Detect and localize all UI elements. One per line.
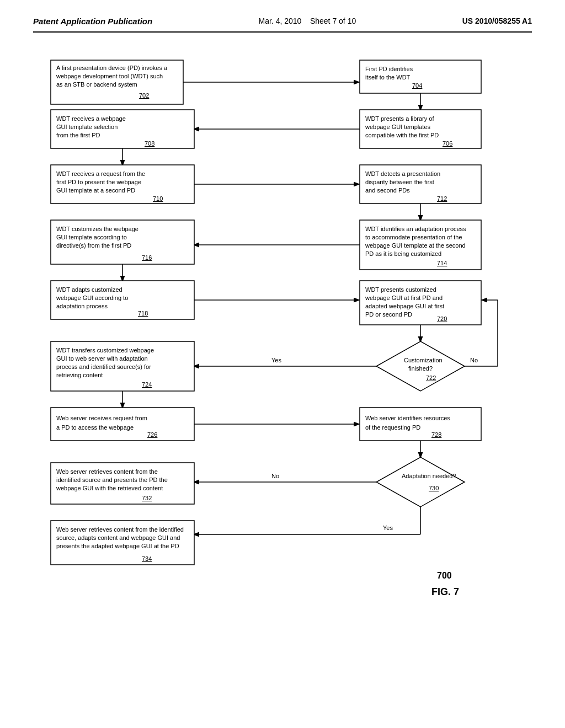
svg-text:webpage development tool (WDT): webpage development tool (WDT) such — [56, 73, 163, 79]
svg-text:PD or second PD: PD or second PD — [365, 311, 412, 318]
svg-text:734: 734 — [142, 555, 152, 562]
svg-text:724: 724 — [142, 381, 152, 388]
svg-text:WDT receives a request from th: WDT receives a request from the — [56, 170, 145, 177]
svg-text:webpage GUI at first PD and: webpage GUI at first PD and — [365, 295, 443, 301]
svg-text:directive(s) from the first PD: directive(s) from the first PD — [56, 242, 131, 249]
svg-text:710: 710 — [153, 195, 163, 202]
patent-number: US 2010/058255 A1 — [462, 17, 532, 25]
svg-text:No: No — [271, 473, 279, 479]
svg-text:702: 702 — [139, 92, 149, 99]
svg-text:WDT transfers customized webpa: WDT transfers customized webpage — [56, 347, 154, 354]
svg-marker-88 — [376, 457, 465, 507]
svg-text:WDT identifies an adaptation p: WDT identifies an adaptation process — [365, 226, 466, 232]
svg-text:of the requesting PD: of the requesting PD — [365, 424, 420, 431]
svg-text:728: 728 — [431, 431, 441, 438]
svg-text:source, adapts content and web: source, adapts content and webpage GUI a… — [56, 534, 180, 541]
svg-text:presents the adapted webpage G: presents the adapted webpage GUI at the … — [56, 543, 179, 549]
svg-text:first PD to present the webpag: first PD to present the webpage — [56, 179, 141, 185]
svg-text:adaptation process: adaptation process — [56, 303, 108, 309]
header-center: Mar. 4, 2010 Sheet 7 of 10 — [259, 17, 356, 25]
svg-text:726: 726 — [147, 431, 157, 438]
svg-text:Web server retrieves content f: Web server retrieves content from the id… — [56, 526, 184, 533]
svg-text:itself to the WDT: itself to the WDT — [365, 74, 411, 81]
svg-text:as an STB or backend system: as an STB or backend system — [56, 81, 137, 88]
svg-text:GUI template selection: GUI template selection — [56, 124, 118, 130]
svg-text:722: 722 — [426, 374, 436, 381]
svg-text:Yes: Yes — [383, 524, 393, 531]
svg-text:WDT customizes the webpage: WDT customizes the webpage — [56, 226, 138, 232]
svg-text:PD as it is being customized: PD as it is being customized — [365, 250, 441, 257]
header: Patent Application Publication Mar. 4, 2… — [33, 17, 532, 33]
svg-text:A first presentation device (P: A first presentation device (PD) invokes… — [56, 65, 168, 71]
svg-text:webpage GUI template at the se: webpage GUI template at the second — [365, 242, 466, 249]
svg-text:708: 708 — [145, 140, 154, 147]
svg-text:730: 730 — [429, 485, 439, 491]
svg-text:WDT adapts customized: WDT adapts customized — [56, 286, 122, 293]
svg-text:disparity between the first: disparity between the first — [365, 179, 434, 185]
svg-text:GUI to web server with adaptat: GUI to web server with adaptation — [56, 355, 148, 362]
svg-text:and second PDs: and second PDs — [365, 187, 410, 194]
svg-text:finished?: finished? — [408, 365, 433, 372]
header-sheet: Sheet 7 of 10 — [310, 17, 356, 25]
svg-text:718: 718 — [138, 310, 148, 317]
svg-text:to accommodate presentation of: to accommodate presentation of the — [365, 234, 462, 240]
publication-title: Patent Application Publication — [33, 17, 152, 26]
svg-text:webpage GUI with the retrieved: webpage GUI with the retrieved content — [56, 485, 163, 491]
svg-text:WDT presents a library of: WDT presents a library of — [365, 115, 434, 122]
svg-text:process and identified source(: process and identified source(s) for — [56, 363, 151, 370]
page: Patent Application Publication Mar. 4, 2… — [0, 0, 565, 728]
svg-text:WDT detects a presentation: WDT detects a presentation — [365, 170, 440, 177]
svg-text:714: 714 — [437, 260, 447, 266]
svg-text:WDT presents customized: WDT presents customized — [365, 286, 436, 293]
svg-text:FIG. 7: FIG. 7 — [431, 586, 459, 597]
svg-text:Web server receives request fr: Web server receives request from — [56, 415, 147, 421]
svg-text:a PD to access the webpage: a PD to access the webpage — [56, 424, 134, 431]
svg-text:716: 716 — [142, 254, 152, 261]
svg-text:First PD identifies: First PD identifies — [365, 66, 413, 72]
svg-text:732: 732 — [142, 495, 152, 501]
svg-text:712: 712 — [437, 195, 447, 202]
svg-text:706: 706 — [443, 140, 452, 147]
svg-text:webpage GUI according to: webpage GUI according to — [56, 295, 128, 301]
svg-text:700: 700 — [437, 571, 452, 580]
header-right: US 2010/058255 A1 — [462, 17, 532, 25]
svg-text:adapted webpage GUI at first: adapted webpage GUI at first — [365, 303, 444, 309]
svg-text:720: 720 — [437, 315, 447, 322]
svg-text:704: 704 — [412, 82, 422, 89]
flowchart: A first presentation device (PD) invokes… — [34, 49, 531, 694]
svg-text:WDT receives a webpage: WDT receives a webpage — [56, 115, 126, 122]
header-date: Mar. 4, 2010 — [259, 17, 302, 25]
svg-text:Customization: Customization — [404, 357, 443, 363]
svg-text:from the first PD: from the first PD — [56, 132, 100, 138]
svg-text:identified source and presents: identified source and presents the PD th… — [56, 477, 168, 483]
svg-text:Adaptation needed?: Adaptation needed? — [402, 473, 456, 479]
svg-text:Web server retrieves content f: Web server retrieves content from the — [56, 468, 158, 475]
svg-text:Yes: Yes — [271, 357, 281, 363]
svg-text:webpage GUI templates: webpage GUI templates — [365, 124, 431, 130]
svg-text:compatible with the first PD: compatible with the first PD — [365, 132, 439, 138]
svg-text:GUI template at a second PD: GUI template at a second PD — [56, 187, 135, 194]
svg-text:retrieving content: retrieving content — [56, 372, 103, 378]
svg-text:GUI template according to: GUI template according to — [56, 234, 127, 240]
svg-text:No: No — [470, 357, 478, 363]
header-left: Patent Application Publication — [33, 17, 152, 26]
svg-text:Web server identifies resource: Web server identifies resources — [365, 415, 450, 421]
